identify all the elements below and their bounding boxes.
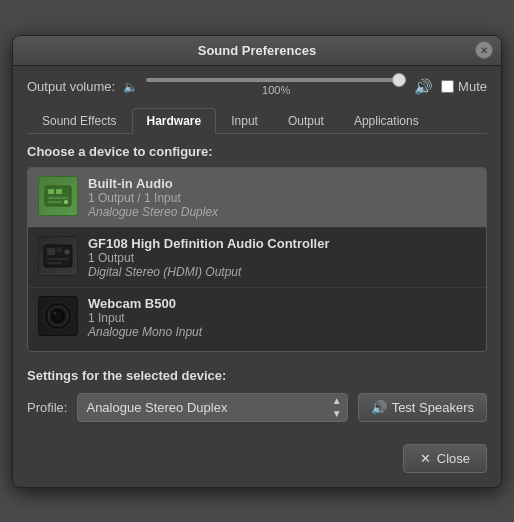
device-name-builtin: Built-in Audio: [88, 176, 476, 191]
device-name-gf108: GF108 High Definition Audio Controller: [88, 236, 476, 251]
svg-point-16: [54, 311, 57, 314]
mute-checkbox[interactable]: [441, 80, 454, 93]
device-sub2-webcam: Analogue Mono Input: [88, 325, 476, 339]
device-info-webcam: Webcam B500 1 Input Analogue Mono Input: [88, 296, 476, 339]
sound-preferences-window: Sound Preferences ✕ Output volume: 🔈 100…: [12, 35, 502, 488]
close-icon: ✕: [420, 451, 431, 466]
svg-rect-1: [48, 189, 54, 194]
close-label: Close: [437, 451, 470, 466]
volume-high-icon: 🔊: [414, 78, 433, 96]
volume-slider[interactable]: [146, 78, 406, 82]
device-list[interactable]: Built-in Audio 1 Output / 1 Input Analog…: [27, 167, 487, 352]
footer: ✕ Close: [13, 434, 501, 487]
volume-percent: 100%: [262, 84, 290, 96]
volume-low-icon: 🔈: [123, 80, 138, 94]
svg-point-5: [64, 200, 68, 204]
svg-rect-9: [47, 258, 69, 260]
settings-label: Settings for the selected device:: [27, 368, 487, 383]
tab-hardware[interactable]: Hardware: [132, 108, 217, 134]
mute-checkbox-wrap[interactable]: Mute: [441, 79, 487, 94]
device-info-builtin: Built-in Audio 1 Output / 1 Input Analog…: [88, 176, 476, 219]
svg-rect-11: [47, 262, 62, 264]
svg-rect-8: [57, 248, 62, 252]
main-content: Output volume: 🔈 100% 🔊 Mute Sound Effec…: [13, 66, 501, 434]
volume-row: Output volume: 🔈 100% 🔊 Mute: [27, 78, 487, 96]
svg-rect-2: [56, 189, 62, 194]
window-close-button[interactable]: ✕: [475, 41, 493, 59]
test-speakers-icon: 🔊: [371, 400, 387, 415]
close-button[interactable]: ✕ Close: [403, 444, 487, 473]
window-title: Sound Preferences: [198, 43, 317, 58]
mute-label: Mute: [458, 79, 487, 94]
device-icon-gf108: [38, 236, 78, 276]
svg-point-10: [65, 249, 70, 254]
svg-rect-3: [48, 197, 68, 199]
device-info-gf108: GF108 High Definition Audio Controller 1…: [88, 236, 476, 279]
tab-input[interactable]: Input: [216, 108, 273, 133]
tab-sound-effects[interactable]: Sound Effects: [27, 108, 132, 133]
device-sub1-builtin: 1 Output / 1 Input: [88, 191, 476, 205]
device-sub2-builtin: Analogue Stereo Duplex: [88, 205, 476, 219]
tabs-bar: Sound Effects Hardware Input Output Appl…: [27, 108, 487, 134]
tab-applications[interactable]: Applications: [339, 108, 434, 133]
titlebar: Sound Preferences ✕: [13, 36, 501, 66]
profile-select[interactable]: Analogue Stereo Duplex Analogue Stereo O…: [77, 393, 347, 422]
tab-output[interactable]: Output: [273, 108, 339, 133]
profile-label: Profile:: [27, 400, 67, 415]
profile-select-wrap: Analogue Stereo Duplex Analogue Stereo O…: [77, 393, 347, 422]
device-sub1-webcam: 1 Input: [88, 311, 476, 325]
device-item-gf108[interactable]: GF108 High Definition Audio Controller 1…: [28, 228, 486, 288]
device-icon-builtin: [38, 176, 78, 216]
device-name-webcam: Webcam B500: [88, 296, 476, 311]
choose-device-label: Choose a device to configure:: [27, 144, 487, 159]
svg-rect-4: [48, 201, 62, 203]
test-speakers-button[interactable]: 🔊 Test Speakers: [358, 393, 487, 422]
volume-slider-wrap: 100%: [146, 78, 406, 96]
profile-row: Profile: Analogue Stereo Duplex Analogue…: [27, 393, 487, 422]
test-speakers-label: Test Speakers: [392, 400, 474, 415]
device-sub1-gf108: 1 Output: [88, 251, 476, 265]
device-sub2-gf108: Digital Stereo (HDMI) Output: [88, 265, 476, 279]
device-item-webcam[interactable]: Webcam B500 1 Input Analogue Mono Input: [28, 288, 486, 347]
output-volume-label: Output volume:: [27, 79, 115, 94]
device-icon-webcam: [38, 296, 78, 336]
device-item-builtin[interactable]: Built-in Audio 1 Output / 1 Input Analog…: [28, 168, 486, 228]
svg-rect-7: [47, 248, 55, 255]
